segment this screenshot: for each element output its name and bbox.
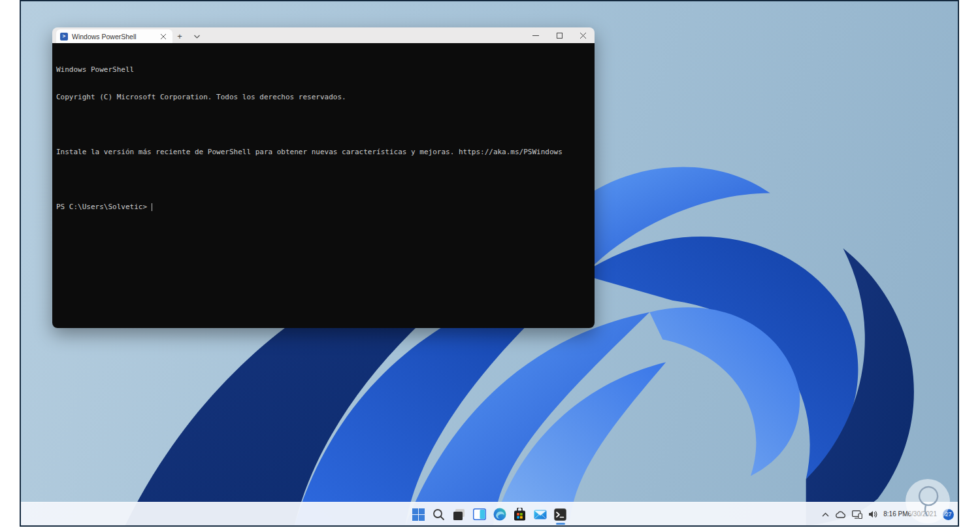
volume-button[interactable] [868, 510, 877, 518]
tray-time: 8:16 PM [883, 510, 907, 518]
volume-icon [868, 510, 877, 518]
chevron-up-icon [822, 512, 829, 517]
terminal-line: Copyright (C) Microsoft Corporation. Tod… [56, 93, 592, 102]
terminal-line: Instale la versión más reciente de Power… [56, 148, 592, 157]
powershell-icon: > [60, 33, 68, 41]
terminal-blank-line [56, 175, 592, 184]
new-tab-button[interactable]: + [172, 29, 187, 43]
terminal-output[interactable]: Windows PowerShell Copyright (C) Microso… [52, 43, 595, 328]
taskbar: 8:16 PM 6/30/2021 27 [21, 502, 958, 525]
onedrive-button[interactable] [835, 511, 846, 518]
tab-dropdown-button[interactable] [189, 29, 204, 43]
terminal-taskbar-button[interactable] [550, 504, 570, 525]
close-button[interactable] [571, 27, 595, 43]
edge-icon [493, 508, 506, 521]
widgets-icon [473, 508, 486, 520]
terminal-blank-line [56, 120, 592, 129]
onedrive-cloud-icon [835, 511, 846, 518]
terminal-icon [554, 508, 566, 521]
mail-button[interactable] [530, 504, 550, 525]
task-view-icon [453, 508, 465, 521]
watermark-logo [906, 479, 950, 523]
active-app-indicator [556, 523, 565, 525]
minimize-icon [532, 35, 539, 36]
terminal-tab[interactable]: > Windows PowerShell [56, 29, 172, 43]
start-icon [412, 508, 425, 521]
microsoft-store-button[interactable] [510, 504, 530, 525]
widgets-button[interactable] [469, 504, 489, 525]
desktop-screen: > Windows PowerShell + [20, 0, 959, 527]
terminal-prompt: PS C:\Users\Solvetic> [56, 203, 147, 212]
minimize-button[interactable] [524, 27, 547, 43]
search-button[interactable] [429, 504, 449, 525]
network-button[interactable] [852, 510, 862, 519]
terminal-titlebar[interactable]: > Windows PowerShell + [52, 27, 595, 43]
mail-icon [534, 509, 547, 520]
tab-title: Windows PowerShell [72, 33, 154, 41]
taskbar-app-icons [408, 503, 570, 526]
search-icon [433, 508, 445, 521]
maximize-icon [557, 33, 563, 39]
window-controls [524, 27, 595, 43]
terminal-window: > Windows PowerShell + [52, 27, 595, 328]
magnifier-watermark-icon [913, 484, 942, 518]
terminal-prompt-line[interactable]: PS C:\Users\Solvetic> [56, 203, 592, 212]
network-icon [852, 510, 862, 519]
maximize-button[interactable] [547, 27, 571, 43]
task-view-button[interactable] [449, 504, 469, 525]
microsoft-store-icon [514, 508, 526, 521]
tab-close-icon[interactable] [158, 31, 169, 42]
terminal-line: Windows PowerShell [56, 65, 592, 74]
edge-button[interactable] [489, 504, 510, 525]
start-button[interactable] [408, 504, 429, 525]
close-icon [580, 33, 586, 39]
terminal-cursor [152, 203, 152, 211]
tray-chevron-up-button[interactable] [822, 512, 829, 517]
